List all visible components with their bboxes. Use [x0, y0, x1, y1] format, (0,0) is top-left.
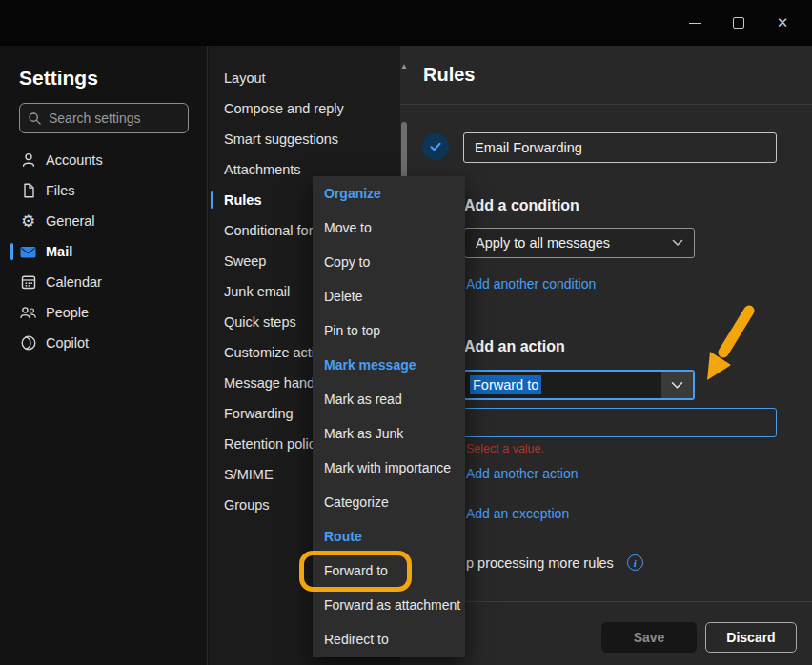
- sidebar-item-files[interactable]: Files: [0, 175, 208, 206]
- mail-icon: [19, 243, 37, 261]
- titlebar: ✕: [0, 0, 812, 46]
- forward-to-value-input[interactable]: [463, 408, 777, 437]
- rule-enabled-toggle[interactable]: [422, 133, 449, 160]
- settings-sidebar: Settings Accounts Files ⚙ General Mail: [0, 46, 208, 665]
- scroll-up-icon[interactable]: ▲: [399, 63, 409, 71]
- sidebar-item-label: Files: [46, 183, 75, 198]
- gear-icon: ⚙: [19, 212, 37, 231]
- minimize-button[interactable]: [673, 0, 717, 46]
- menu-item-copy-to[interactable]: Copy to: [313, 245, 465, 279]
- add-an-exception-link[interactable]: Add an exception: [466, 506, 569, 521]
- menu-item-mark-as-junk[interactable]: Mark as Junk: [313, 416, 465, 451]
- menu-header-organize: Organize: [313, 176, 465, 211]
- sidebar-item-label: Copilot: [46, 335, 89, 351]
- action-heading: Add an action: [464, 338, 565, 355]
- file-icon: [19, 182, 37, 200]
- action-select-value: Forward to: [470, 375, 541, 394]
- sidebar-item-people[interactable]: People: [0, 297, 208, 328]
- sidebar-item-copilot[interactable]: Copilot: [0, 328, 208, 358]
- nav-item-compose-and-reply[interactable]: Compose and reply: [209, 93, 400, 124]
- search-icon: [28, 111, 42, 126]
- sidebar-item-calendar[interactable]: Calendar: [0, 267, 208, 297]
- add-another-condition-link[interactable]: Add another condition: [466, 276, 596, 292]
- rules-panel-header: Rules: [400, 46, 812, 105]
- people-icon: [19, 304, 37, 322]
- menu-item-forward-to[interactable]: Forward to: [313, 554, 465, 588]
- info-icon[interactable]: i: [627, 554, 643, 571]
- menu-item-move-to[interactable]: Move to: [313, 211, 465, 245]
- sidebar-item-label: People: [46, 305, 89, 320]
- maximize-button[interactable]: [717, 0, 761, 46]
- menu-item-mark-as-read[interactable]: Mark as read: [313, 382, 465, 416]
- close-button[interactable]: ✕: [761, 0, 804, 46]
- action-dropdown-menu: Organize Move to Copy to Delete Pin to t…: [313, 176, 465, 657]
- action-select[interactable]: Forward to: [463, 370, 695, 400]
- calendar-icon: [19, 273, 37, 292]
- condition-heading: Add a condition: [464, 197, 579, 214]
- chevron-down-icon: [672, 239, 683, 247]
- menu-item-pin-to-top[interactable]: Pin to top: [313, 313, 465, 348]
- condition-select[interactable]: Apply to all messages: [464, 228, 695, 258]
- search-settings-box[interactable]: [19, 103, 189, 133]
- sidebar-item-accounts[interactable]: Accounts: [0, 145, 208, 175]
- menu-header-route: Route: [313, 519, 465, 554]
- rule-name-input[interactable]: [463, 132, 777, 163]
- menu-item-mark-with-importance[interactable]: Mark with importance: [313, 451, 465, 485]
- close-icon: ✕: [777, 14, 789, 31]
- page-title: Settings: [19, 67, 207, 90]
- sidebar-item-label: General: [46, 213, 95, 229]
- menu-header-mark-message: Mark message: [313, 348, 465, 382]
- search-input[interactable]: [49, 111, 180, 126]
- save-button[interactable]: Save: [601, 622, 697, 653]
- sidebar-item-general[interactable]: ⚙ General: [0, 206, 208, 236]
- copilot-icon: [19, 334, 37, 353]
- sidebar-item-label: Accounts: [46, 152, 103, 168]
- condition-select-value: Apply to all messages: [476, 235, 610, 251]
- settings-window: ✕ Settings Accounts Files ⚙ General: [0, 0, 812, 665]
- sidebar-item-mail[interactable]: Mail: [0, 236, 208, 267]
- maximize-icon: [733, 17, 744, 29]
- add-another-action-link[interactable]: Add another action: [466, 466, 579, 481]
- stop-processing-label: p processing more rules: [466, 555, 614, 571]
- menu-item-delete[interactable]: Delete: [313, 279, 465, 313]
- nav-item-smart-suggestions[interactable]: Smart suggestions: [209, 124, 400, 154]
- menu-item-categorize[interactable]: Categorize: [313, 485, 465, 519]
- menu-item-forward-as-attachment[interactable]: Forward as attachment: [313, 588, 465, 622]
- sidebar-item-label: Calendar: [46, 274, 102, 290]
- action-select-dropdown-button[interactable]: [661, 372, 693, 398]
- sidebar-item-label: Mail: [46, 244, 72, 259]
- chevron-down-icon: [671, 381, 683, 390]
- discard-button[interactable]: Discard: [705, 622, 797, 653]
- menu-item-redirect-to[interactable]: Redirect to: [313, 622, 465, 656]
- minimize-icon: [689, 23, 701, 24]
- check-icon: [428, 139, 443, 154]
- rules-title: Rules: [423, 64, 475, 86]
- validation-error: Select a value.: [466, 442, 544, 455]
- nav-item-layout[interactable]: Layout: [209, 63, 400, 93]
- person-icon: [19, 151, 37, 170]
